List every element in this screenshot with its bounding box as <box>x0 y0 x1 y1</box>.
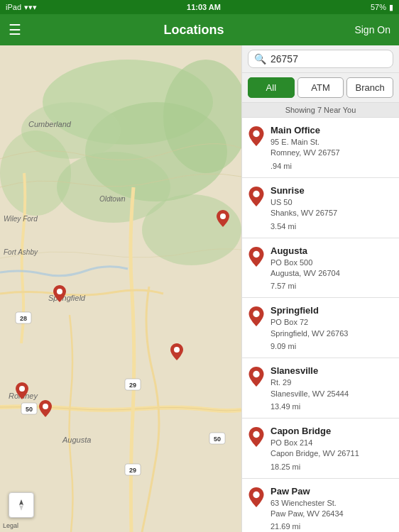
svg-point-29 <box>174 347 180 353</box>
status-time: 11:03 AM <box>187 3 221 11</box>
filter-row: All ATM Branch <box>242 73 399 103</box>
status-right: 57% ▮ <box>371 3 393 12</box>
main-content: 29 29 50 50 28 Cumberland Wiley Ford For… <box>0 45 399 532</box>
location-address: Rt. 29Slanesville, WV 25444 <box>270 377 393 399</box>
pin-icon <box>248 187 265 206</box>
location-address: 95 E. Main St.Romney, WV 26757 <box>270 137 393 159</box>
location-name: Capon Bridge <box>270 426 393 436</box>
location-info: Sunrise US 50Shanks, WV 26757 3.54 mi <box>270 185 393 231</box>
pin-icon <box>248 427 265 447</box>
location-info: Augusta PO Box 500Augusta, WV 26704 7.57… <box>270 245 393 291</box>
location-name: Paw Paw <box>270 486 393 497</box>
svg-point-6 <box>0 131 71 216</box>
location-item[interactable]: Main Office 95 E. Main St.Romney, WV 267… <box>242 118 399 178</box>
filter-all-button[interactable]: All <box>248 77 295 98</box>
svg-point-38 <box>253 492 259 498</box>
battery-percent: 57% <box>371 3 386 11</box>
right-panel: 🔍 All ATM Branch Showing 7 Near You Main… <box>241 45 399 532</box>
svg-text:Springfield: Springfield <box>48 294 86 302</box>
location-name: Springfield <box>270 305 393 316</box>
nav-bar: ☰ Locations Sign On <box>0 14 399 45</box>
svg-text:29: 29 <box>129 467 136 474</box>
location-info: Paw Paw 63 Wienchester St.Paw Paw, WV 26… <box>270 486 393 531</box>
location-item[interactable]: Capon Bridge PO Box 214Capon Bridge, WV … <box>242 419 399 479</box>
location-address: 63 Wienchester St.Paw Paw, WV 26434 <box>270 498 393 520</box>
location-address: PO Box 72Springfield, WV 26763 <box>270 317 393 339</box>
location-info: Slanesville Rt. 29Slanesville, WV 25444 … <box>270 365 393 411</box>
svg-point-36 <box>253 371 259 377</box>
device-label: iPad <box>6 3 21 11</box>
svg-text:Fort Ashby: Fort Ashby <box>4 248 38 256</box>
location-name: Main Office <box>270 125 393 135</box>
location-distance: .94 mi <box>270 162 393 170</box>
location-distance: 21.69 mi <box>270 522 393 531</box>
svg-text:50: 50 <box>214 436 221 443</box>
location-distance: 13.49 mi <box>270 402 393 411</box>
pin-icon <box>248 487 265 507</box>
location-item[interactable]: Paw Paw 63 Wienchester St.Paw Paw, WV 26… <box>242 479 399 532</box>
pin-icon <box>248 367 265 387</box>
battery-icon: ▮ <box>389 3 393 12</box>
svg-text:Wiley Ford: Wiley Ford <box>4 215 38 223</box>
location-name: Slanesville <box>270 365 393 376</box>
location-info: Main Office 95 E. Main St.Romney, WV 267… <box>270 125 393 170</box>
near-you-banner: Showing 7 Near You <box>242 103 399 118</box>
location-info: Springfield PO Box 72Springfield, WV 267… <box>270 305 393 350</box>
svg-point-7 <box>142 194 241 265</box>
location-distance: 9.09 mi <box>270 342 393 350</box>
svg-point-27 <box>43 404 48 409</box>
search-icon: 🔍 <box>254 53 266 65</box>
svg-point-37 <box>253 431 259 438</box>
location-list: Main Office 95 E. Main St.Romney, WV 267… <box>242 118 399 532</box>
location-name: Augusta <box>270 245 393 256</box>
sign-on-button[interactable]: Sign On <box>348 24 390 35</box>
location-info: Capon Bridge PO Box 214Capon Bridge, WV … <box>270 426 393 471</box>
filter-atm-button[interactable]: ATM <box>297 77 344 98</box>
pin-icon <box>248 247 265 267</box>
svg-point-34 <box>253 250 259 257</box>
svg-point-25 <box>19 386 25 392</box>
svg-marker-30 <box>19 499 23 505</box>
search-input[interactable] <box>270 53 387 65</box>
location-distance: 18.25 mi <box>270 462 393 471</box>
wifi-icon: ▾▾▾ <box>24 3 37 12</box>
menu-button[interactable]: ☰ <box>9 21 40 38</box>
location-address: US 50Shanks, WV 26757 <box>270 197 393 219</box>
location-address: PO Box 500Augusta, WV 26704 <box>270 257 393 279</box>
search-input-wrap[interactable]: 🔍 <box>248 50 393 68</box>
svg-marker-31 <box>19 505 23 511</box>
pin-icon <box>248 306 265 326</box>
location-item[interactable]: Augusta PO Box 500Augusta, WV 26704 7.57… <box>242 238 399 299</box>
svg-text:Cumberland: Cumberland <box>28 120 72 128</box>
svg-text:50: 50 <box>26 406 33 413</box>
location-name: Sunrise <box>270 185 393 196</box>
map-area[interactable]: 29 29 50 50 28 Cumberland Wiley Ford For… <box>0 45 241 532</box>
svg-point-35 <box>253 311 259 317</box>
svg-point-32 <box>253 131 259 137</box>
svg-text:29: 29 <box>129 382 136 389</box>
compass-button[interactable] <box>9 492 34 518</box>
location-address: PO Box 214Capon Bridge, WV 26711 <box>270 438 393 460</box>
location-distance: 7.57 mi <box>270 282 393 290</box>
svg-point-33 <box>253 191 259 197</box>
svg-text:28: 28 <box>20 315 27 322</box>
location-item[interactable]: Slanesville Rt. 29Slanesville, WV 25444 … <box>242 358 399 419</box>
compass-icon <box>14 498 28 512</box>
location-item[interactable]: Sunrise US 50Shanks, WV 26757 3.54 mi <box>242 178 399 238</box>
search-bar: 🔍 <box>242 45 399 73</box>
filter-branch-button[interactable]: Branch <box>346 77 393 98</box>
svg-text:Oldtown: Oldtown <box>99 195 126 203</box>
svg-point-28 <box>220 214 226 219</box>
map-svg: 29 29 50 50 28 Cumberland Wiley Ford For… <box>0 45 241 532</box>
status-bar: iPad ▾▾▾ 11:03 AM 57% ▮ <box>0 0 399 14</box>
location-distance: 3.54 mi <box>270 222 393 231</box>
location-item[interactable]: Springfield PO Box 72Springfield, WV 267… <box>242 298 399 358</box>
svg-text:Augusta: Augusta <box>62 436 91 444</box>
status-left: iPad ▾▾▾ <box>6 3 37 12</box>
page-title: Locations <box>40 23 348 38</box>
legal-text: Legal <box>3 522 18 529</box>
pin-icon <box>248 126 265 146</box>
svg-point-26 <box>57 289 62 294</box>
